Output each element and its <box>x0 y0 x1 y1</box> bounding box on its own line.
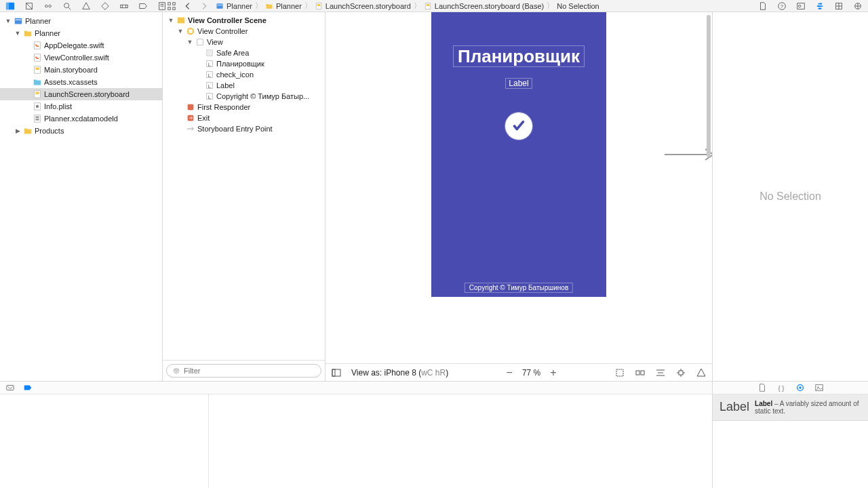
project-node-viewcontroller-swift[interactable]: ViewController.swift <box>0 52 162 64</box>
hide-outline-icon[interactable] <box>331 367 342 378</box>
outline-node[interactable]: Storyboard Entry Point <box>163 123 325 134</box>
swift-icon <box>33 41 42 50</box>
zoom-in-button[interactable]: + <box>550 367 556 379</box>
media-library-icon[interactable] <box>814 383 824 392</box>
attributes-inspector-icon[interactable] <box>815 1 825 11</box>
node-label: Planner.xcdatamodeld <box>44 115 118 123</box>
auto-debug-icon[interactable] <box>5 383 15 392</box>
svg-rect-15 <box>173 2 176 5</box>
responder-icon <box>186 102 195 112</box>
copyright-label[interactable]: Copyright © Тимур Батыршинов <box>465 283 573 293</box>
find-navigator-icon[interactable] <box>62 1 72 11</box>
project-node-info-plist[interactable]: Info.plist <box>0 100 162 113</box>
quickhelp-inspector-icon[interactable]: ? <box>777 1 787 11</box>
test-navigator-icon[interactable] <box>100 1 110 11</box>
code-snippet-library-icon[interactable]: { } <box>776 383 786 392</box>
debug-navigator-icon[interactable] <box>119 1 129 11</box>
project-node-planner[interactable]: ▼Planner <box>0 27 162 39</box>
file-template-library-icon[interactable] <box>757 383 767 392</box>
outline-node[interactable]: First Responder <box>163 102 325 113</box>
nav-forward-icon[interactable] <box>199 1 209 11</box>
project-node-planner-xcdatamodeld[interactable]: Planner.xcdatamodeld <box>0 113 162 125</box>
view-as-label[interactable]: View as: iPhone 8 (wC hR) <box>351 368 448 378</box>
node-label: Copyright © Тимур Батыр... <box>216 92 309 100</box>
outline-node[interactable]: ▼View Controller Scene <box>163 15 325 26</box>
console-view[interactable] <box>209 394 712 488</box>
outline-node[interactable]: ▼View <box>163 37 325 47</box>
project-node-launchscreen-storyboard[interactable]: LaunchScreen.storyboard <box>0 88 162 100</box>
pin-icon[interactable] <box>675 367 686 378</box>
node-label: Planner <box>25 17 51 25</box>
resolve-issues-icon[interactable] <box>696 367 707 378</box>
project-node-appdelegate-swift[interactable]: AppDelegate.swift <box>0 39 162 52</box>
outline-node[interactable]: LLabel <box>163 80 325 91</box>
project-node-products[interactable]: ▶Products <box>0 125 162 137</box>
issue-navigator-icon[interactable] <box>81 1 91 11</box>
source-control-icon[interactable] <box>24 1 34 11</box>
title-label[interactable]: Планировщик <box>431 46 606 67</box>
assets-icon <box>33 77 42 87</box>
breakpoint-tab-icon[interactable] <box>23 383 33 392</box>
svg-point-28 <box>818 5 820 7</box>
embed-in-icon[interactable] <box>635 367 646 378</box>
variables-view[interactable] <box>0 394 209 488</box>
related-items-icon[interactable] <box>167 1 176 11</box>
outline-node[interactable]: Lcheck_icon <box>163 69 325 80</box>
breadcrumb-segment[interactable]: Planner <box>276 2 302 10</box>
object-library-icon[interactable] <box>795 383 805 392</box>
outline-node[interactable]: Exit <box>163 113 325 123</box>
subtitle-label[interactable]: Label <box>431 79 606 88</box>
svg-rect-1 <box>6 2 9 9</box>
debug-area-tabs <box>0 381 712 394</box>
outline-filter-field[interactable] <box>166 364 321 378</box>
file-inspector-icon[interactable] <box>758 1 768 11</box>
symbol-navigator-icon[interactable] <box>43 1 53 11</box>
outline-node[interactable]: ▼View Controller <box>163 26 325 37</box>
breadcrumb-segment[interactable]: LaunchScreen.storyboard (Base) <box>435 2 544 10</box>
L-icon: L <box>205 59 214 68</box>
align-icon[interactable] <box>655 367 666 378</box>
launch-screen-view[interactable]: Планировщик Label Copyright © Тимур Баты… <box>431 12 606 297</box>
svg-point-6 <box>64 3 69 7</box>
datamodel-icon <box>33 114 42 123</box>
svg-rect-46 <box>35 117 39 119</box>
swift-icon <box>33 53 42 62</box>
project-navigator-icon[interactable] <box>5 1 15 11</box>
node-label: AppDelegate.swift <box>44 41 104 49</box>
breadcrumb-segment[interactable]: Planner <box>226 2 252 10</box>
outline-node[interactable]: LCopyright © Тимур Батыр... <box>163 91 325 102</box>
svg-rect-73 <box>641 371 644 375</box>
document-outline: ▼View Controller Scene▼View Controller▼V… <box>163 12 326 381</box>
breadcrumb-segment[interactable]: No Selection <box>557 2 599 10</box>
canvas-vertical-scrollbar[interactable] <box>707 15 711 157</box>
identity-inspector-icon[interactable] <box>796 1 806 11</box>
breakpoint-navigator-icon[interactable] <box>138 1 148 11</box>
size-inspector-icon[interactable] <box>834 1 844 11</box>
library-item-title: Label <box>719 400 749 414</box>
breadcrumb-segment[interactable]: LaunchScreen.storyboard <box>326 2 411 10</box>
outline-node[interactable]: LПланировщик <box>163 58 325 69</box>
navigator-toolbar <box>0 1 163 11</box>
svg-rect-48 <box>178 18 185 24</box>
library-item-label[interactable]: Label Label – A variably sized amount of… <box>713 394 868 421</box>
node-label: Label <box>216 81 235 89</box>
project-node-assets-xcassets[interactable]: Assets.xcassets <box>0 76 162 88</box>
outline-filter-input[interactable] <box>184 367 315 375</box>
svg-rect-52 <box>207 50 213 56</box>
zoom-out-button[interactable]: − <box>507 367 513 379</box>
editor-jump-bar: Planner〉Planner〉LaunchScreen.storyboard〉… <box>163 1 712 11</box>
svg-line-3 <box>26 3 33 9</box>
exit-icon <box>186 113 195 123</box>
canvas-scroll-area[interactable]: Планировщик Label Copyright © Тимур Баты… <box>326 12 712 363</box>
node-label: Storyboard Entry Point <box>197 125 273 133</box>
safe-icon <box>205 48 214 58</box>
update-frames-icon[interactable] <box>614 367 625 378</box>
project-node-main-storyboard[interactable]: Main.storyboard <box>0 64 162 76</box>
project-icon <box>14 16 23 26</box>
outline-node[interactable]: Safe Area <box>163 47 325 58</box>
svg-point-30 <box>819 7 821 9</box>
nav-back-icon[interactable] <box>183 1 193 11</box>
check-icon[interactable] <box>505 113 532 140</box>
project-node-planner[interactable]: ▼Planner <box>0 15 162 27</box>
connections-inspector-icon[interactable] <box>853 1 863 11</box>
